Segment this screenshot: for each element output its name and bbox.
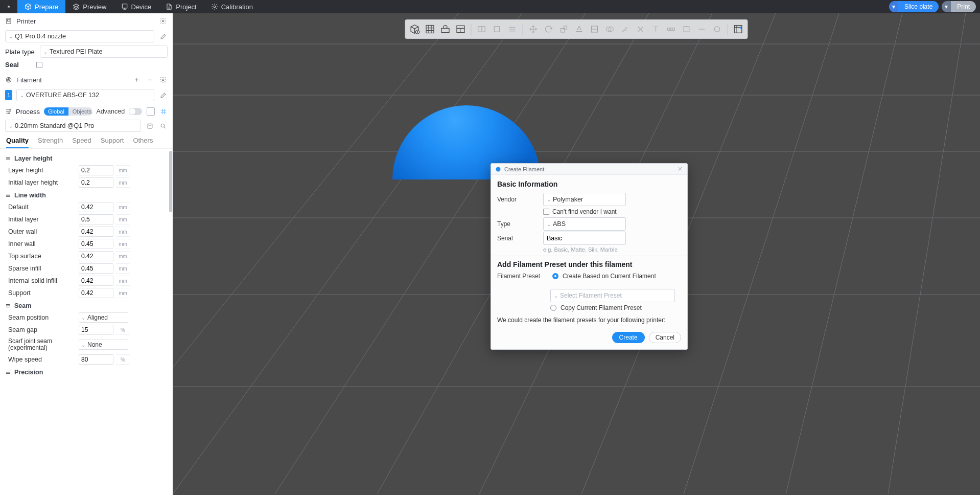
param-input[interactable] [79, 202, 113, 212]
chevron-down-icon[interactable]: ▾ [889, 1, 898, 12]
param-input[interactable] [79, 214, 113, 224]
param-input[interactable] [79, 276, 113, 286]
filament-preset-select[interactable]: ⌄ Select Filament Preset [550, 289, 675, 302]
close-button[interactable] [677, 166, 683, 173]
radio-create-based[interactable] [552, 273, 558, 279]
param-input[interactable] [79, 325, 113, 335]
nav-device[interactable]: Device [114, 0, 159, 13]
file-icon [166, 3, 173, 10]
group-title-text: Line width [14, 192, 46, 199]
scope-objects: Objects [68, 107, 92, 116]
param-row: Wipe speed% [5, 353, 170, 366]
serial-label: Serial [497, 235, 539, 242]
compare-button[interactable] [159, 107, 168, 116]
plate-type-label: Plate type [5, 48, 36, 56]
param-input[interactable] [79, 165, 113, 175]
param-input[interactable] [79, 263, 113, 274]
chevron-down-icon: ⌄ [547, 221, 551, 227]
param-input[interactable] [79, 227, 113, 237]
tab-quality[interactable]: Quality [6, 137, 29, 148]
parameters-scroll[interactable]: Layer heightLayer heightmmInitial layer … [0, 149, 173, 495]
tab-strength[interactable]: Strength [38, 137, 63, 148]
param-group-title: Line width [5, 189, 170, 201]
filament-index[interactable]: 1 [5, 90, 12, 100]
radio-copy-current[interactable] [550, 305, 556, 311]
filament-header: Filament ＋ － [0, 72, 173, 87]
param-select[interactable]: ⌄None [79, 340, 128, 350]
save-preset-button[interactable] [145, 121, 154, 130]
chevron-down-icon: ⌄ [547, 197, 551, 202]
param-unit: mm [116, 276, 130, 286]
scrollbar-thumb[interactable] [169, 151, 172, 212]
cant-find-vendor-checkbox[interactable] [543, 209, 549, 215]
slice-plate-button[interactable]: ▾ Slice plate [889, 1, 939, 12]
param-row: Scarf joint seam (experimental)⌄None [5, 336, 170, 353]
param-unit: mm [116, 288, 130, 298]
printer-preset-select[interactable]: ⌄ Q1 Pro 0.4 nozzle [5, 30, 154, 42]
advanced-switch[interactable] [129, 108, 142, 115]
nav-calibration[interactable]: Calibration [204, 0, 260, 13]
param-name: Wipe speed [5, 356, 76, 363]
list-button[interactable] [146, 107, 155, 116]
svg-point-46 [496, 167, 501, 171]
param-input[interactable] [79, 239, 113, 249]
printer-settings-button[interactable] [158, 16, 168, 26]
process-preset-value: 0.20mm Standard @Q1 Pro [15, 122, 94, 129]
remove-filament-button[interactable]: － [145, 75, 154, 84]
process-preset-select[interactable]: ⌄ 0.20mm Standard @Q1 Pro [5, 120, 141, 132]
param-input[interactable] [79, 354, 113, 365]
nav-preview[interactable]: Preview [65, 0, 113, 13]
home-button[interactable] [0, 0, 17, 13]
search-preset-button[interactable] [158, 121, 168, 130]
filament-preset-placeholder: Select Filament Preset [560, 292, 622, 299]
nav-project[interactable]: Project [158, 0, 203, 13]
edit-printer-button[interactable] [158, 32, 168, 41]
gear-icon [159, 17, 167, 25]
filament-settings-button[interactable] [158, 75, 168, 84]
svg-point-10 [9, 112, 10, 114]
chevron-down-icon: ⌄ [20, 93, 24, 98]
param-input[interactable] [79, 288, 113, 298]
param-select-value: None [87, 341, 102, 348]
vendor-value: Polymaker [553, 196, 583, 203]
type-select[interactable]: ⌄ ABS [543, 217, 626, 231]
tab-others[interactable]: Others [133, 137, 153, 148]
serial-hint: e.g. Basic, Matte, Silk, Marble [543, 246, 681, 253]
svg-point-12 [161, 124, 165, 127]
cube-icon [25, 3, 32, 10]
svg-rect-3 [8, 19, 10, 21]
topbar-actions: ▾ Slice plate ▾ Print [889, 1, 980, 12]
svg-point-9 [10, 109, 11, 110]
nav-prepare[interactable]: Prepare [17, 0, 65, 13]
add-filament-button[interactable]: ＋ [132, 75, 141, 84]
edit-icon [160, 33, 167, 40]
slice-label: Slice plate [898, 1, 939, 12]
param-select[interactable]: ⌄Aligned [79, 312, 128, 323]
viewport-3d[interactable]: Create Filament Basic Information Vendor… [173, 13, 980, 495]
create-button[interactable]: Create [612, 332, 645, 343]
serial-input[interactable] [543, 232, 626, 245]
dialog-titlebar[interactable]: Create Filament [491, 164, 687, 175]
plate-type-select[interactable]: ⌄ Textured PEI Plate [40, 46, 168, 58]
print-button[interactable]: ▾ Print [942, 1, 976, 12]
tab-support[interactable]: Support [101, 137, 124, 148]
param-input[interactable] [79, 177, 113, 188]
param-name: Outer wall [5, 228, 76, 235]
tab-speed[interactable]: Speed [72, 137, 91, 148]
svg-point-4 [162, 20, 164, 22]
search-icon [160, 123, 167, 129]
param-row: Layer heightmm [5, 164, 170, 176]
vendor-select[interactable]: ⌄ Polymaker [543, 193, 626, 206]
seal-checkbox[interactable] [36, 62, 42, 68]
param-select-value: Aligned [87, 314, 108, 321]
cancel-button[interactable]: Cancel [649, 332, 681, 343]
param-input[interactable] [79, 251, 113, 261]
left-panel: Printer ⌄ Q1 Pro 0.4 nozzle Plate type ⌄… [0, 13, 173, 495]
scope-toggle[interactable]: Global Objects [44, 107, 92, 116]
filament-select[interactable]: ⌄ OVERTURE ABS-GF 132 [16, 89, 154, 101]
close-icon [677, 166, 683, 172]
chevron-down-icon[interactable]: ▾ [942, 1, 951, 12]
param-row: Initial layer heightmm [5, 176, 170, 189]
edit-filament-button[interactable] [158, 91, 168, 100]
nav-label: Preview [83, 3, 106, 11]
